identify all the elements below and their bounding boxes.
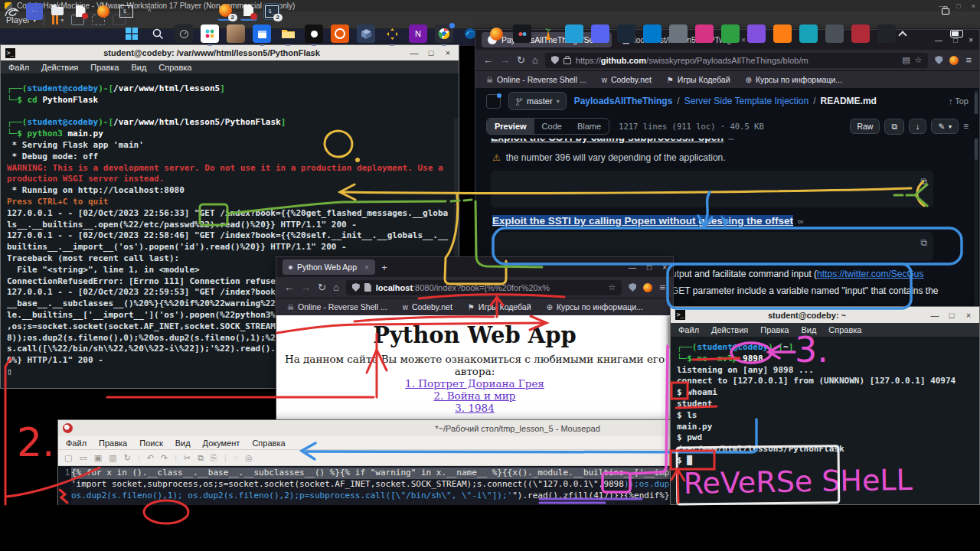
copy-raw-icon[interactable]: ⧉: [884, 119, 904, 135]
back-to-top-link[interactable]: ↑ Top: [949, 96, 969, 106]
taskbar-app-icon[interactable]: [591, 24, 609, 43]
raw-button[interactable]: Raw: [850, 119, 880, 134]
taskbar-app-icon[interactable]: [305, 24, 323, 43]
reload-icon[interactable]: ↻: [124, 453, 131, 463]
menu-item[interactable]: Вид: [175, 439, 191, 448]
bookmark-item[interactable]: ⚑ Игры Кодебай: [468, 302, 531, 311]
anchor-link-icon[interactable]: ∞: [798, 217, 804, 226]
edge-icon[interactable]: [461, 24, 479, 43]
files-app-icon[interactable]: ···: [26, 3, 43, 20]
save-as-icon[interactable]: ▥: [109, 453, 116, 463]
new-file-icon[interactable]: ▢: [64, 453, 72, 463]
taskbar-app-icon[interactable]: [669, 24, 688, 43]
menu-item[interactable]: Вид: [801, 325, 816, 334]
menu-item[interactable]: Правка: [99, 439, 127, 448]
paste-icon[interactable]: ⎘: [211, 453, 217, 463]
chrome-icon[interactable]: [435, 24, 453, 43]
taskbar-app-icon[interactable]: [721, 24, 740, 43]
taskbar-terminal-running[interactable]: $_ 2: [263, 3, 280, 20]
edit-pencil-icon[interactable]: ✎▾: [931, 119, 959, 134]
bookmark-item[interactable]: ⊕ Курсы по информаци...: [746, 75, 842, 84]
bookmark-item[interactable]: ☠ Online - Reverse Shell ...: [486, 75, 586, 84]
terminal-titlebar[interactable]: >_ student@codeby: ~ — □ ×: [671, 307, 979, 323]
taskbar-app-icon[interactable]: [201, 24, 219, 43]
vmware-workstation-icon[interactable]: [383, 24, 401, 43]
readme-heading-popen-offset[interactable]: Exploit the SSTI by calling Popen withou…: [492, 215, 804, 227]
copy-icon[interactable]: ⧉: [198, 453, 204, 463]
home-icon[interactable]: ⌂: [532, 54, 538, 66]
firefox-account-icon[interactable]: [949, 56, 959, 65]
tab-close-icon[interactable]: ×: [741, 35, 746, 44]
home-icon[interactable]: ⌂: [333, 282, 339, 293]
file-tree-toggle-icon[interactable]: [486, 94, 501, 109]
menu-item[interactable]: Документ: [203, 439, 240, 448]
menu-item[interactable]: Справка: [252, 439, 285, 448]
url-bar[interactable]: localhost:8080/index?book={%%20for%20x% …: [346, 280, 622, 295]
folder-icon[interactable]: [49, 3, 66, 20]
redo-icon[interactable]: ↷: [161, 453, 168, 463]
taskbar-app-icon[interactable]: [825, 24, 844, 43]
hamburger-menu-icon[interactable]: ≡: [965, 54, 972, 66]
menu-item[interactable]: Вид: [131, 63, 146, 72]
menu-item[interactable]: Правка: [760, 325, 789, 334]
book-link-1[interactable]: 1. Портрет Дориана Грея: [276, 377, 673, 390]
forward-icon[interactable]: →: [301, 282, 311, 293]
cut-icon[interactable]: ✂: [184, 453, 191, 463]
menu-item[interactable]: Действия: [711, 325, 748, 334]
calendar-app-icon[interactable]: [253, 24, 271, 43]
start-button[interactable]: [122, 24, 141, 43]
taskbar-app-icon[interactable]: [747, 24, 766, 43]
tab-blame[interactable]: Blame: [570, 119, 609, 134]
terminal-titlebar[interactable]: >_ student@codeby: /var/www/html/lesson5…: [1, 45, 459, 60]
breadcrumb-folder[interactable]: Server Side Template Injection: [684, 96, 809, 106]
firefox-launcher-icon[interactable]: [95, 3, 112, 20]
reload-icon[interactable]: ↻: [517, 54, 525, 66]
menu-item[interactable]: Файл: [66, 439, 87, 448]
bookmark-star-icon[interactable]: ☆: [915, 55, 923, 65]
taskbar-app-icon[interactable]: [175, 24, 193, 43]
tab-python-web-app[interactable]: Python Web App ×: [283, 259, 375, 275]
code-block-subprocess[interactable]: ⧉ {{''.__class__.mro()[1].__subclasses__…: [491, 171, 933, 207]
new-tab-button[interactable]: +: [381, 262, 387, 273]
minimize-icon[interactable]: —: [929, 311, 941, 320]
menu-item[interactable]: Действия: [41, 63, 78, 72]
hamburger-menu-icon[interactable]: ≡: [659, 282, 665, 293]
menu-item[interactable]: Правка: [90, 63, 119, 72]
terminal-launcher-icon[interactable]: $_: [118, 3, 135, 20]
battery-icon[interactable]: [950, 30, 963, 37]
extension-shield-icon[interactable]: [935, 56, 942, 64]
forward-icon[interactable]: →: [500, 54, 510, 66]
taskbar-app-icon[interactable]: [877, 24, 896, 43]
maximize-icon[interactable]: □: [647, 263, 652, 272]
tracking-shield-icon[interactable]: [551, 56, 559, 64]
close-icon[interactable]: ×: [962, 311, 975, 320]
copy-code-icon[interactable]: ⧉: [920, 236, 927, 249]
minimize-icon[interactable]: —: [935, 36, 942, 44]
menu-item[interactable]: Справка: [828, 325, 861, 334]
back-icon[interactable]: ←: [483, 54, 493, 66]
taskbar-mousepad-running[interactable]: [240, 2, 257, 21]
close-icon[interactable]: ×: [662, 263, 667, 272]
kali-menu-icon[interactable]: [3, 3, 20, 20]
taskbar-app-icon[interactable]: [799, 24, 818, 43]
book-link-2[interactable]: 2. Война и мир: [276, 390, 673, 402]
onenote-icon[interactable]: N: [409, 24, 427, 43]
firefox-taskbar-icon[interactable]: [487, 24, 505, 43]
open-icon[interactable]: ▭: [79, 453, 87, 463]
file-explorer-icon[interactable]: [279, 24, 297, 43]
taskbar-app-icon[interactable]: [227, 24, 245, 43]
bookmark-item[interactable]: w Codeby.net: [602, 75, 652, 84]
firefox-account-icon[interactable]: [643, 283, 652, 292]
url-bar[interactable]: https://github.com/swisskyrepo/PayloadsA…: [545, 53, 929, 68]
bookmark-star-icon[interactable]: ☆: [609, 282, 616, 292]
bookmark-item[interactable]: ⚑ Игры Кодебай: [667, 75, 730, 84]
bookmark-item[interactable]: w Codeby.net: [403, 302, 452, 311]
taskbar-app-icon[interactable]: [331, 24, 349, 43]
taskbar-app-icon[interactable]: [643, 24, 662, 43]
reader-mode-icon[interactable]: ▤: [902, 55, 910, 65]
tab-close-icon[interactable]: ×: [364, 262, 369, 272]
close-icon[interactable]: ×: [972, 2, 975, 10]
branch-selector-button[interactable]: master ▾: [508, 92, 567, 110]
taskbar-app-icon[interactable]: [617, 24, 635, 43]
menu-item[interactable]: Файл: [8, 63, 29, 72]
